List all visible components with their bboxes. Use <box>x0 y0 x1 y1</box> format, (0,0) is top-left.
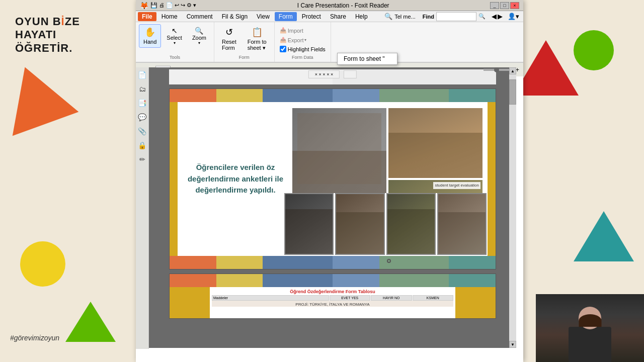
ribbon-form-section: ↺ ResetForm 📋 Form tosheet ▾ Form <box>214 22 275 62</box>
bottom-bar-blue1 <box>263 256 333 269</box>
profile-icon[interactable]: 👤▾ <box>506 13 521 20</box>
toolbar-icons: 💾 🖨 📄 ↩ ↪ ⚙ ▾ <box>150 2 196 9</box>
comment-tool-button[interactable]: 💬 <box>137 112 148 123</box>
form-to-sheet-icon: 📋 <box>252 27 263 38</box>
back-icon[interactable]: ◀ <box>492 13 497 20</box>
export-button: 📤 Export ▾ <box>278 36 328 44</box>
photo-bottom-2 <box>335 193 384 255</box>
bar-orange <box>170 89 216 102</box>
export-dropdown-icon: ▾ <box>304 38 306 42</box>
form-to-sheet-label: Form tosheet ▾ <box>248 39 267 51</box>
photo-2 <box>388 108 482 178</box>
webcam-video <box>536 294 644 362</box>
form-data-label: Form Data <box>278 54 328 60</box>
yellow-circle-decoration <box>20 241 65 287</box>
page-tool-button[interactable]: 📄 <box>137 69 148 80</box>
col-evet: EVET YES <box>330 295 371 301</box>
bottom-slide-gold-bg: Öğrend Özdeğerlendirme Form Tablosu Madd… <box>170 274 496 318</box>
form-table-title: Öğrend Özdeğerlendirme Form Tablosu <box>212 289 453 294</box>
find-input[interactable] <box>436 12 476 21</box>
window-controls[interactable]: _ □ × <box>490 2 519 9</box>
form-to-sheet-button[interactable]: 📋 Form tosheet ▾ <box>243 24 271 54</box>
brand-logo: OYUN BİZEHAYATIÖĞRETİR. <box>15 15 80 55</box>
ribbon: ✋ Hand ↖ Select ▾ 🔍 Zoom ▾ Tools <box>136 22 523 62</box>
orange-triangle-decoration <box>0 55 78 136</box>
select-icon: ↖ <box>172 27 178 35</box>
nav-buttons: ◀ ▶ <box>490 13 505 20</box>
bottom-bar-green <box>379 256 449 269</box>
thumbnail-tool-button[interactable]: 🗂 <box>137 83 148 95</box>
forward-icon[interactable]: ▶ <box>498 13 503 20</box>
slide-top-content: × × × × × <box>308 70 357 78</box>
close-button[interactable]: × <box>510 2 519 9</box>
form-element-2 <box>344 70 357 78</box>
zoom-slider-thumb[interactable] <box>494 67 499 72</box>
bar-teal <box>449 89 496 102</box>
webcam-overlay <box>536 294 644 362</box>
ribbon-form-data-section: 📥 Import 📤 Export ▾ Highlight Fields For… <box>275 22 331 62</box>
attachment-tool-button[interactable]: 📎 <box>137 126 148 137</box>
bar-yellow <box>216 89 263 102</box>
col-madde: Maddeler <box>212 295 329 301</box>
reset-form-label: ResetForm <box>222 39 236 51</box>
menu-view[interactable]: View <box>253 12 274 21</box>
find-search-icon[interactable]: 🔍 <box>478 13 486 20</box>
menu-help[interactable]: Help <box>351 12 372 21</box>
menu-comment[interactable]: Comment <box>183 12 217 21</box>
scroll-up-button[interactable]: ▲ <box>509 67 516 74</box>
slide-bottom-bars <box>170 256 496 269</box>
zoom-tool-button[interactable]: 🔍 Zoom ▾ <box>188 24 211 48</box>
photo-bottom-1 <box>284 193 334 255</box>
hand-tool-button[interactable]: ✋ Hand <box>139 24 161 48</box>
export-icon: 📤 <box>280 37 287 43</box>
hashtag-label: #görevimizoyun <box>10 334 59 342</box>
bottom-bar-t <box>449 274 496 287</box>
bottom-bar-o <box>170 274 216 287</box>
form-to-sheet-dropdown: Form to sheet " <box>337 53 397 65</box>
form-table-header: Maddeler EVET YES HAYIR NO KSMEN <box>212 295 453 301</box>
app-window: 🦊 💾 🖨 📄 ↩ ↪ ⚙ ▾ I Care Presentation - Fo… <box>136 0 523 362</box>
menu-share[interactable]: Share <box>326 12 350 21</box>
bottom-photo-2-overlay <box>336 212 383 254</box>
highlight-fields-check[interactable] <box>280 46 286 52</box>
dropdown-item-1[interactable]: Form to sheet " <box>338 53 397 64</box>
bottom-bar-g <box>379 274 449 287</box>
search-icon: 🔍 <box>384 13 392 20</box>
select-dropdown-icon: ▾ <box>174 41 176 45</box>
highlight-fields-checkbox[interactable]: Highlight Fields <box>278 45 328 53</box>
scroll-track <box>509 74 516 341</box>
annotate-tool-button[interactable]: ✏ <box>137 154 148 165</box>
bookmark-tool-button[interactable]: 📑 <box>137 98 148 109</box>
export-label: Export <box>288 37 304 43</box>
bar-green <box>379 89 449 102</box>
title-bar-icons: 🦊 💾 🖨 📄 ↩ ↪ ⚙ ▾ <box>140 2 196 10</box>
menu-file[interactable]: File <box>138 12 156 21</box>
photo-bottom-4 <box>437 193 487 255</box>
scroll-thumb[interactable] <box>509 79 516 105</box>
select-tool-button[interactable]: ↖ Select ▾ <box>162 24 187 48</box>
person-body-shape <box>569 327 611 362</box>
reset-form-button[interactable]: ↺ ResetForm <box>217 24 241 54</box>
menu-protect[interactable]: Protect <box>298 12 325 21</box>
slide-top-partial: × × × × × <box>169 69 496 84</box>
minimize-button[interactable]: _ <box>490 2 499 9</box>
select-label: Select <box>167 35 182 41</box>
menu-fil-sign[interactable]: Fil & Sign <box>218 12 252 21</box>
bottom-bar-b1 <box>263 274 333 287</box>
tell-me-label: Tel me... <box>394 14 416 20</box>
col-hayir: HAYIR NO <box>371 295 412 301</box>
ribbon-tools-section: ✋ Hand ↖ Select ▾ 🔍 Zoom ▾ Tools <box>136 22 214 62</box>
scroll-down-button[interactable]: ▼ <box>509 341 516 348</box>
highlight-fields-label: Highlight Fields <box>288 46 326 52</box>
form-data-buttons: 📥 Import 📤 Export ▾ Highlight Fields <box>278 24 328 53</box>
import-button: 📥 Import <box>278 26 328 35</box>
restore-button[interactable]: □ <box>500 2 509 9</box>
tools-section-label: Tools <box>139 54 211 60</box>
zoom-label: Zoom <box>192 35 206 41</box>
find-label: Find <box>423 14 434 20</box>
bottom-bar-teal <box>449 256 496 269</box>
menu-form[interactable]: Form <box>275 12 297 21</box>
bottom-bar-orange <box>170 256 216 269</box>
lock-tool-button[interactable]: 🔒 <box>137 140 148 151</box>
menu-home[interactable]: Home <box>157 12 182 21</box>
